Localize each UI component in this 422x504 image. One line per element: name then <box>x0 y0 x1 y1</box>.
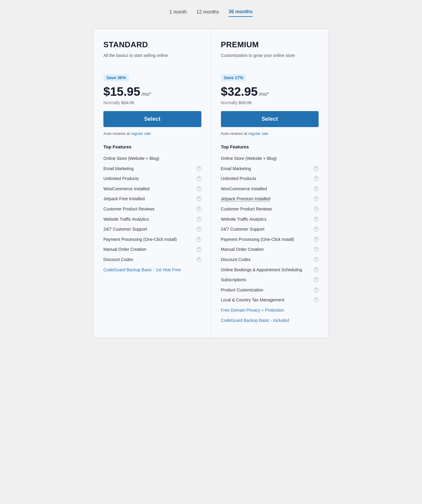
tab-1month[interactable]: 1 month <box>169 9 187 17</box>
info-icon[interactable]: ? <box>314 217 319 222</box>
list-item: Local & Country Tax Management ? <box>221 295 319 305</box>
list-item: Unlimited Products ? <box>221 174 319 184</box>
list-item: Discount Codes ? <box>103 255 201 265</box>
list-item: WooCommerce Installed ? <box>103 184 201 194</box>
list-item: Email Marketing ? <box>103 164 201 174</box>
standard-price-row: $15.95 /mo* <box>103 85 201 98</box>
info-icon[interactable]: ? <box>314 277 319 282</box>
info-icon[interactable]: ? <box>314 196 319 201</box>
standard-price: $15.95 <box>103 85 140 98</box>
list-item: Jetpack Premium Installed ? <box>221 194 319 204</box>
info-icon[interactable]: ? <box>197 186 201 191</box>
standard-feature-list: Online Store (Website + Blog) Email Mark… <box>103 154 201 275</box>
standard-select-button[interactable]: Select <box>103 111 201 127</box>
info-icon[interactable]: ? <box>314 227 319 232</box>
info-icon[interactable]: ? <box>197 166 201 171</box>
list-item: Jetpack Free Installed ? <box>103 194 201 204</box>
list-item: WooCommerce Installed ? <box>221 184 319 194</box>
standard-auto-renew: Auto-renews at regular rate <box>103 131 201 136</box>
list-item: Product Customization ? <box>221 285 319 295</box>
premium-normal-price: Normally $39.95 <box>221 100 319 105</box>
list-item: Manual Order Creation ? <box>103 244 201 255</box>
list-item: Unlimited Products ? <box>103 174 201 184</box>
info-icon[interactable]: ? <box>197 247 201 252</box>
info-icon[interactable]: ? <box>197 217 201 222</box>
list-item: Online Bookings & Appointment Scheduling… <box>221 265 319 275</box>
info-icon[interactable]: ? <box>197 257 201 262</box>
standard-normal-price: Normally $24.95 <box>103 100 201 105</box>
premium-save-badge: Save 17% <box>221 74 247 81</box>
info-icon[interactable]: ? <box>314 186 319 191</box>
list-item: Customer Product Reviews ? <box>221 204 319 214</box>
info-icon[interactable]: ? <box>314 288 319 292</box>
premium-auto-renew: Auto-renews at regular rate <box>221 131 319 136</box>
list-item: Website Traffic Analytics ? <box>221 214 319 225</box>
list-item: Discount Codes ? <box>221 255 319 265</box>
tab-36months[interactable]: 36 months <box>228 9 253 17</box>
premium-top-features-label: Top Features <box>221 144 319 149</box>
info-icon[interactable]: ? <box>314 176 319 181</box>
list-item: Free Domain Privacy + Protection <box>221 305 319 316</box>
info-icon[interactable]: ? <box>197 207 201 211</box>
info-icon[interactable]: ? <box>314 257 319 262</box>
info-icon[interactable]: ? <box>314 247 319 252</box>
list-item: CodeGuard Backup Basic - 1st Year Free <box>103 265 201 275</box>
standard-plan-name: STANDARD <box>103 40 201 49</box>
standard-period: /mo* <box>141 92 151 97</box>
list-item: Online Store (Website + Blog) <box>221 154 319 164</box>
billing-tabs: 1 month 12 months 36 months <box>169 9 253 17</box>
premium-select-button[interactable]: Select <box>221 111 319 127</box>
premium-price: $32.95 <box>221 85 258 98</box>
info-icon[interactable]: ? <box>314 297 319 302</box>
info-icon[interactable]: ? <box>314 267 319 272</box>
plans-container: STANDARD All the basics to start selling… <box>93 29 329 338</box>
info-icon[interactable]: ? <box>197 237 201 242</box>
standard-top-features-label: Top Features <box>103 144 201 149</box>
premium-regular-rate-link[interactable]: regular rate <box>248 131 268 136</box>
info-icon[interactable]: ? <box>197 227 201 232</box>
premium-plan-name: PREMIUM <box>221 40 319 49</box>
premium-plan-description: Customization to grow your online store <box>221 52 319 66</box>
list-item: Payment Processing (One-Click Install) ? <box>103 235 201 245</box>
list-item: Payment Processing (One-Click Install) ? <box>221 235 319 245</box>
list-item: 24/7 Customer Support ? <box>221 224 319 235</box>
list-item: 24/7 Customer Support ? <box>103 224 201 235</box>
premium-price-row: $32.95 /mo* <box>221 85 319 98</box>
list-item: CodeGuard Backup Basic - Included <box>221 316 319 326</box>
list-item: Customer Product Reviews ? <box>103 204 201 214</box>
standard-plan-card: STANDARD All the basics to start selling… <box>93 29 211 338</box>
info-icon[interactable]: ? <box>314 166 319 171</box>
list-item: Subscriptions ? <box>221 275 319 285</box>
info-icon[interactable]: ? <box>314 207 319 211</box>
standard-regular-rate-link[interactable]: regular rate <box>131 131 151 136</box>
info-icon[interactable]: ? <box>314 237 319 242</box>
list-item: Email Marketing ? <box>221 164 319 174</box>
premium-plan-card: PREMIUM Customization to grow your onlin… <box>211 29 329 338</box>
info-icon[interactable]: ? <box>197 176 201 181</box>
premium-period: /mo* <box>259 92 269 97</box>
list-item: Manual Order Creation ? <box>221 244 319 255</box>
standard-save-badge: Save 36% <box>103 74 129 81</box>
standard-plan-description: All the basics to start selling online <box>103 52 201 66</box>
tab-12months[interactable]: 12 months <box>197 9 219 17</box>
list-item: Website Traffic Analytics ? <box>103 214 201 225</box>
info-icon[interactable]: ? <box>197 196 201 201</box>
list-item: Online Store (Website + Blog) <box>103 154 201 164</box>
premium-feature-list: Online Store (Website + Blog) Email Mark… <box>221 154 319 325</box>
